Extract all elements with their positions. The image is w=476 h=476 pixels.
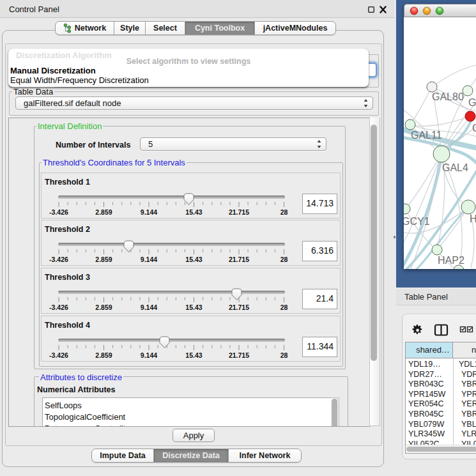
svg-text:GAL80: GAL80 bbox=[432, 91, 464, 102]
svg-text:C: C bbox=[472, 123, 476, 134]
svg-text:GAL4: GAL4 bbox=[442, 162, 468, 173]
svg-text:GCY1: GCY1 bbox=[404, 216, 430, 227]
svg-text:H: H bbox=[470, 213, 476, 224]
svg-text:HAP2: HAP2 bbox=[438, 255, 464, 266]
svg-text:GAL11: GAL11 bbox=[411, 130, 442, 141]
svg-text:G: G bbox=[468, 97, 476, 108]
